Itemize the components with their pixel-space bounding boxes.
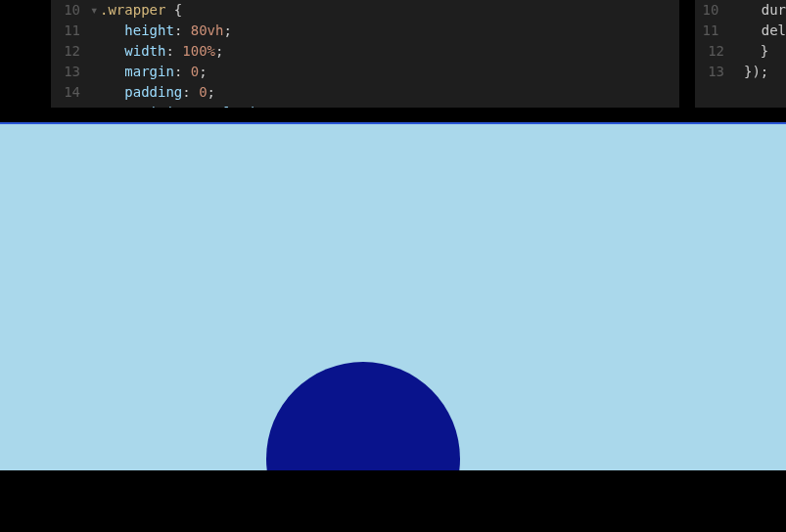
line-number: 10 [51,0,90,21]
editor-js[interactable]: 10 dur11 del12 }13}); [695,0,786,108]
code-content[interactable]: width: 100%; [100,41,679,62]
code-line[interactable]: 12 width: 100%; [51,41,679,62]
line-number: 12 [695,41,734,62]
line-number: 13 [695,62,734,82]
line-number: 11 [51,21,90,41]
code-content[interactable]: .wrapper { [100,0,679,21]
line-number: 14 [51,82,90,103]
bottom-bar [0,470,786,532]
code-line[interactable]: 14 padding: 0; [51,82,679,103]
preview-pane[interactable] [0,122,786,470]
editor-css[interactable]: 10▾.wrapper {11 height: 80vh;12 width: 1… [51,0,679,108]
preview-circle [266,362,460,470]
code-area: 10▾.wrapper {11 height: 80vh;12 width: 1… [0,0,786,108]
code-line[interactable]: 10 dur [695,0,786,21]
code-content[interactable]: } [744,41,786,62]
line-number: 10 [695,0,728,21]
code-content[interactable]: padding: 0; [100,82,679,103]
code-line[interactable]: 11 del [695,21,786,41]
code-line[interactable]: 13 margin: 0; [51,62,679,82]
code-line[interactable]: 12 } [695,41,786,62]
code-content[interactable]: del [736,21,786,41]
code-line[interactable]: 11 height: 80vh; [51,21,679,41]
code-line[interactable]: 10▾.wrapper { [51,0,679,21]
divider-bar [0,108,786,122]
code-content[interactable]: }); [744,62,786,82]
code-content[interactable]: margin: 0; [100,62,679,82]
code-content[interactable]: dur [736,0,786,21]
line-number: 12 [51,41,90,62]
code-line[interactable]: 13}); [695,62,786,82]
fold-icon[interactable]: ▾ [90,0,100,21]
line-number: 13 [51,62,90,82]
app-root: 10▾.wrapper {11 height: 80vh;12 width: 1… [0,0,786,532]
line-number: 11 [695,21,728,41]
code-content[interactable]: height: 80vh; [100,21,679,41]
